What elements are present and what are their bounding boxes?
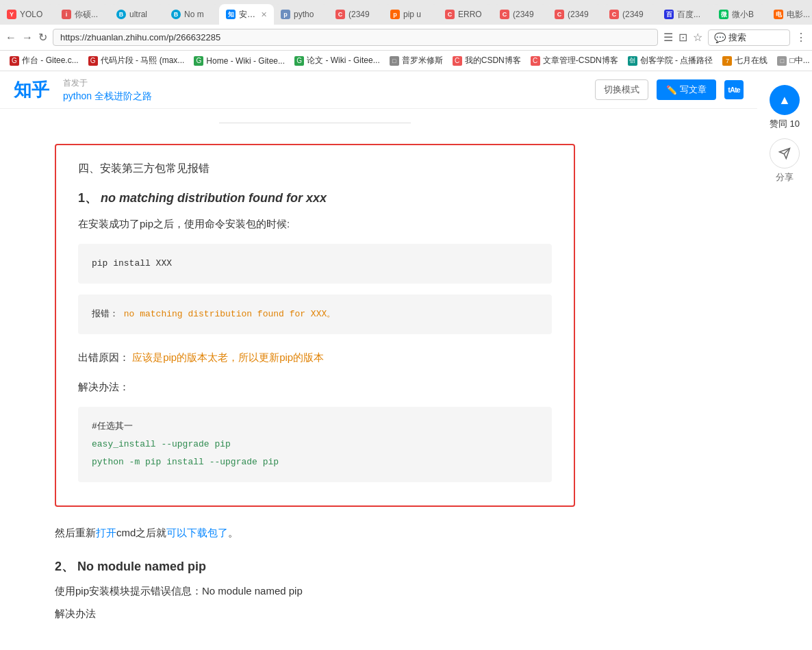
tab-wechat[interactable]: 微 微小B [712,4,767,25]
share-label: 分享 [776,171,794,184]
bookmark-seven[interactable]: 7 七月在线 [718,53,772,68]
breadcrumb-prefix: 首发于 [63,78,88,88]
tab-cursor4[interactable]: C (2349 [602,4,657,25]
error2-description: 使用pip安装模块提示错误信息：No module named pip [55,582,575,600]
right-sidebar: ▲ 赞同 10 分享 [757,71,812,640]
url-bar[interactable] [53,29,658,46]
tab-yolo[interactable]: Y YOLO [0,4,55,25]
bookmark-home-wiki[interactable]: G Home - Wiki - Gitee... [190,55,289,67]
tate-label: tAte [728,86,739,94]
code-easy-install: easy_install --upgrade pip [92,436,538,453]
bookmark-chuang[interactable]: 创 创客学院 - 点播路径 [624,53,718,68]
browser-window: Y YOLO i 你硕... B ultral B No m 知 安装... ✕… [0,0,812,640]
solution-label: 解决办法： [78,377,552,396]
code-block-2: 报错： no matching distribution found for X… [78,295,552,334]
nav-back-icon[interactable]: ← [5,32,16,44]
page-content: 知乎 首发于 python 全栈进阶之路 切换模式 ✏️ 写文章 tAte [0,71,812,640]
article-divider [219,123,411,123]
tab-ilovepdf[interactable]: i 你硕... [55,4,110,25]
write-article-button[interactable]: ✏️ 写文章 [657,79,716,100]
after-section-text: 然后重新打开cmd之后就可以下载包了。 [55,523,575,542]
wechat-search-icon: 💬 [714,32,726,43]
error2-solution: 解决办法 [55,604,575,623]
bookmark-word[interactable]: □ □中... [773,53,812,68]
address-bar: ← → ↻ ☰ ⊡ ☆ 💬 搜索 ⋮ [0,25,812,51]
reader-mode-icon[interactable]: ⊡ [678,31,687,44]
user-avatar-button[interactable]: tAte [724,80,744,99]
code-pip-install: pip install XXX [92,258,172,268]
article-area: 四、安装第三方包常见报错 1、 no matching distribution… [0,109,616,640]
bookmark-paper-wiki[interactable]: G 论文 - Wiki - Gitee... [290,53,384,68]
code-comment: #任选其一 [92,418,538,436]
code-error-text: no matching distribution found for XXX。 [124,309,335,319]
share-button[interactable]: 分享 [770,138,800,184]
thumbs-up-icon: ▲ [770,85,800,115]
zhihu-logo: 知乎 [14,78,49,102]
switch-mode-button[interactable]: 切换模式 [595,79,648,100]
error1-cause: 出错原因： 应该是pip的版本太老，所以更新pip的版本 [78,348,552,366]
nav-forward-icon[interactable]: → [22,32,33,44]
tab-cursor3[interactable]: C (2349 [548,4,602,25]
header-actions: 切换模式 ✏️ 写文章 tAte [595,79,744,100]
error1-title: 1、 no matching distribution found for xx… [78,190,552,206]
error2-title: 2、 No module named pip [55,558,575,575]
star-icon[interactable]: ☆ [693,31,702,44]
tab-cursor1[interactable]: C (2349 [329,4,383,25]
red-section: 四、安装第三方包常见报错 1、 no matching distribution… [55,144,575,507]
solution-code-block: #任选其一 easy_install --upgrade pip python … [78,407,552,482]
tab-baidu[interactable]: 百 百度... [657,4,712,25]
bookmarks-bar: G 作台 - Gitee.c... G 代码片段 - 马熙 (max... G … [0,51,812,71]
zhihu-header: 知乎 首发于 python 全栈进阶之路 切换模式 ✏️ 写文章 tAte [0,71,757,109]
section-heading: 四、安装第三方包常见报错 [78,162,552,176]
tab-error[interactable]: C ERRO [438,4,493,25]
bookmark-icon[interactable]: ☰ [663,31,673,44]
tab-nomodule[interactable]: B No m [164,4,219,25]
nav-refresh-icon[interactable]: ↻ [38,31,47,44]
share-icon [770,138,800,168]
bookmark-csdn-my[interactable]: C 我的CSDN博客 [448,53,525,68]
breadcrumb: 首发于 python 全栈进阶之路 [63,77,152,103]
error2-section: 2、 No module named pip 使用pip安装模块提示错误信息：N… [55,558,575,623]
like-button[interactable]: ▲ 赞同 10 [770,85,800,130]
search-placeholder: 搜索 [728,32,746,44]
code-python-pip: python -m pip install --upgrade pip [92,453,538,471]
code-block-1: pip install XXX [78,244,552,284]
extensions-icon[interactable]: ⋮ [796,31,807,44]
write-pencil-icon: ✏️ [666,85,677,95]
like-count: 赞同 10 [770,118,800,130]
error1-description: 在安装成功了pip之后，使用命令安装包的时候: [78,214,552,233]
bookmark-csdn-mgr[interactable]: C 文章管理-CSDN博客 [526,53,622,68]
bookmark-prom[interactable]: □ 普罗米修斯 [385,53,447,68]
bookmark-gitee1[interactable]: G 作台 - Gitee.c... [5,53,83,68]
tab-python[interactable]: p pytho [274,4,329,25]
tab-pip[interactable]: p pip u [383,4,438,25]
bookmark-code[interactable]: G 代码片段 - 马熙 (max... [84,53,189,68]
column-name[interactable]: python 全栈进阶之路 [63,90,152,103]
search-bar[interactable]: 💬 搜索 [708,29,790,46]
code-error-prefix: 报错： [92,309,118,319]
tab-zhihu[interactable]: 知 安装... ✕ [219,4,274,25]
main-content: 知乎 首发于 python 全栈进阶之路 切换模式 ✏️ 写文章 tAte [0,71,757,640]
tab-cursor2[interactable]: C (2349 [493,4,548,25]
tab-movie1[interactable]: 电 电影... [767,4,812,25]
tab-bar: Y YOLO i 你硕... B ultral B No m 知 安装... ✕… [0,0,812,25]
tab-close-icon[interactable]: ✕ [261,10,267,19]
tab-bilibili[interactable]: B ultral [110,4,164,25]
